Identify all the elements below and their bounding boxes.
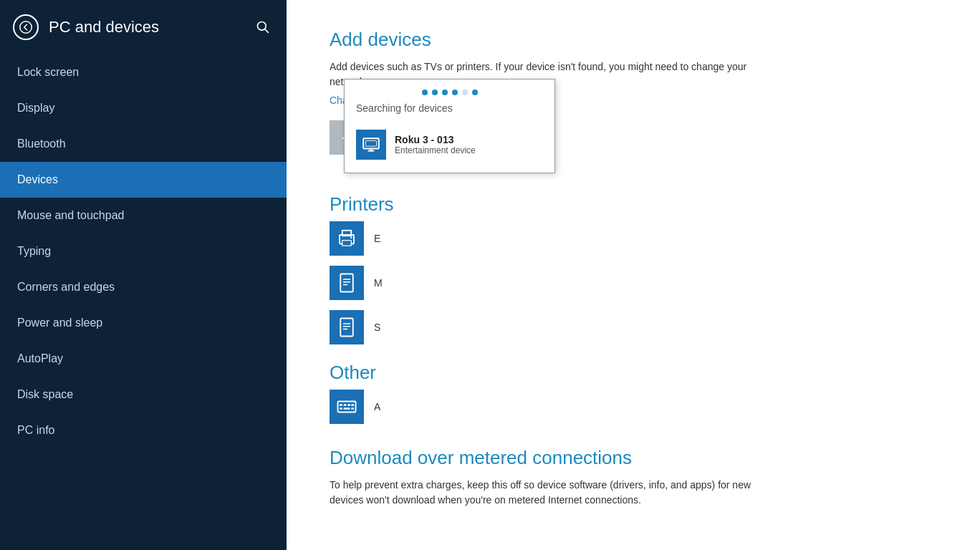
sidebar-item-disk-space[interactable]: Disk space — [0, 377, 287, 412]
download-desc: To help prevent extra charges, keep this… — [330, 478, 774, 508]
svg-rect-19 — [351, 404, 354, 406]
sidebar-title: PC and devices — [49, 18, 242, 37]
printer-label-3: S — [374, 322, 380, 333]
search-button[interactable] — [252, 16, 274, 38]
main-content: Add devices Add devices such as TVs or p… — [287, 0, 980, 550]
sidebar-item-typing[interactable]: Typing — [0, 233, 287, 269]
device-search-popup: Searching for devices Roku 3 - 013 Enter… — [344, 79, 555, 173]
svg-rect-4 — [342, 241, 352, 246]
svg-point-0 — [20, 21, 32, 34]
printer-label-2: M — [374, 277, 383, 289]
sidebar-item-display[interactable]: Display — [0, 90, 287, 126]
svg-rect-11 — [340, 319, 353, 337]
sidebar-item-autoplay[interactable]: AutoPlay — [0, 341, 287, 377]
dot-1 — [422, 90, 428, 95]
svg-rect-15 — [338, 402, 356, 412]
add-devices-title: Add devices — [330, 29, 946, 51]
dot-4 — [452, 90, 458, 95]
svg-rect-18 — [347, 404, 350, 406]
svg-rect-7 — [340, 274, 353, 292]
svg-line-2 — [265, 29, 269, 33]
keyboard-icon — [330, 390, 364, 424]
svg-rect-20 — [340, 407, 342, 410]
sidebar-item-lock-screen[interactable]: Lock screen — [0, 54, 287, 90]
popup-device-item[interactable]: Roku 3 - 013 Entertainment device — [345, 122, 554, 173]
sidebar-item-power-sleep[interactable]: Power and sleep — [0, 305, 287, 341]
svg-rect-21 — [344, 407, 350, 410]
svg-rect-26 — [365, 141, 376, 147]
dot-3 — [442, 90, 448, 95]
popup-device-name: Roku 3 - 013 — [395, 134, 476, 145]
printers-title: Printers — [330, 193, 946, 216]
searching-label: Searching for devices — [345, 101, 554, 122]
dot-6 — [472, 90, 478, 95]
download-section: Download over metered connections To hel… — [330, 447, 946, 508]
document-icon-2 — [330, 310, 364, 344]
svg-rect-17 — [344, 404, 347, 406]
other-row-1: A — [330, 390, 946, 424]
roku-icon — [356, 130, 386, 160]
document-icon-1 — [330, 266, 364, 300]
svg-point-6 — [350, 237, 352, 239]
sidebar-header: PC and devices — [0, 0, 287, 54]
dot-5 — [462, 90, 468, 95]
loading-dots — [345, 79, 554, 101]
sidebar-item-devices[interactable]: Devices — [0, 162, 287, 198]
printer-row-3: S — [330, 310, 946, 344]
printer-label-1: E — [374, 233, 380, 244]
sidebar-item-mouse-touchpad[interactable]: Mouse and touchpad — [0, 198, 287, 233]
printer-row-2: M — [330, 266, 946, 300]
other-title: Other — [330, 362, 946, 384]
svg-rect-22 — [351, 407, 354, 410]
dot-2 — [432, 90, 438, 95]
download-title: Download over metered connections — [330, 447, 946, 469]
popup-device-info: Roku 3 - 013 Entertainment device — [395, 134, 476, 155]
sidebar-item-corners-edges[interactable]: Corners and edges — [0, 269, 287, 305]
printer-row-1: E — [330, 221, 946, 256]
back-button[interactable] — [13, 14, 39, 40]
other-label-1: A — [374, 401, 380, 412]
popup-device-type: Entertainment device — [395, 145, 476, 155]
sidebar: PC and devices Lock screen Display Bluet… — [0, 0, 287, 550]
sidebar-item-pc-info[interactable]: PC info — [0, 412, 287, 448]
sidebar-item-bluetooth[interactable]: Bluetooth — [0, 126, 287, 162]
printer-icon-1 — [330, 221, 364, 256]
svg-rect-16 — [340, 404, 342, 406]
